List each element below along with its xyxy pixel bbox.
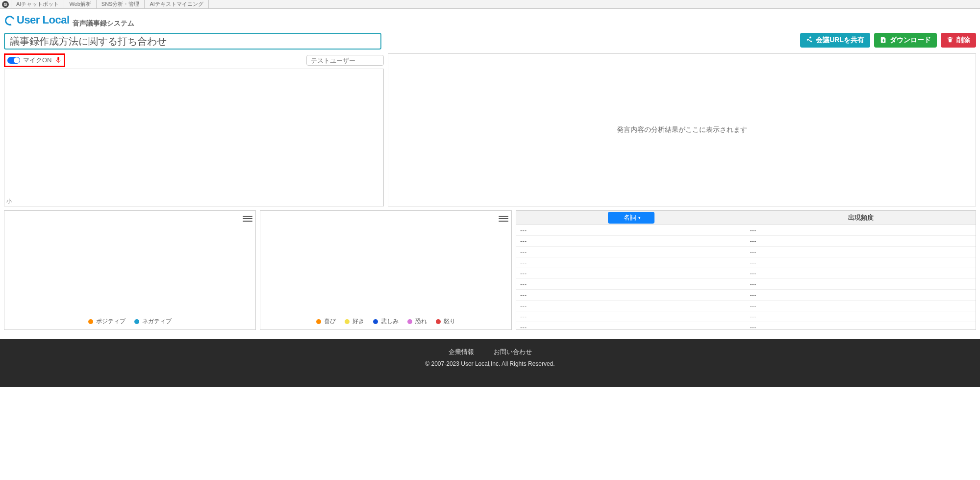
legend-dot-icon <box>316 319 321 324</box>
freq-cell: --- <box>746 290 976 301</box>
emotion-chart-panel: 喜び好き悲しみ恐れ怒り <box>260 210 512 330</box>
noun-cell: --- <box>516 301 746 311</box>
logo-mark-icon <box>3 14 17 27</box>
legend-dot-icon <box>345 319 350 324</box>
freq-cell: --- <box>746 301 976 311</box>
share-url-button[interactable]: 会議URLを共有 <box>800 33 870 48</box>
footer-link-contact[interactable]: お問い合わせ <box>494 348 532 356</box>
freq-cell: --- <box>746 311 976 322</box>
table-row: ------ <box>516 257 976 268</box>
noun-frequency-table-panel: 名詞 出現頻度 --------------------------------… <box>516 210 976 330</box>
emotion-legend: 喜び好き悲しみ恐れ怒り <box>260 317 511 326</box>
legend-label: 悲しみ <box>381 317 399 326</box>
chart-menu-button[interactable] <box>243 214 252 224</box>
delete-button[interactable]: 削除 <box>941 33 976 48</box>
chart-menu-button[interactable] <box>499 214 508 224</box>
brand-mark-icon: G <box>2 1 9 8</box>
brand-header: User Local 音声議事録システム <box>0 9 980 31</box>
freq-cell: --- <box>746 268 976 279</box>
trash-icon <box>947 36 954 45</box>
noun-dropdown-button[interactable]: 名詞 <box>608 212 654 224</box>
freq-cell: --- <box>746 236 976 247</box>
table-row: ------ <box>516 322 976 330</box>
table-row: ------ <box>516 279 976 290</box>
legend-label: 恐れ <box>415 317 427 326</box>
noun-col-label: 名詞 <box>624 213 636 222</box>
noun-cell: --- <box>516 311 746 322</box>
nav-ai-chatbot[interactable]: AIチャットボット <box>11 0 64 8</box>
page-footer: 企業情報 お問い合わせ © 2007-2023 User Local,Inc. … <box>0 339 980 387</box>
legend-dot-icon <box>134 319 139 324</box>
nav-web-analytics[interactable]: Web解析 <box>64 0 96 8</box>
mic-label: マイクON <box>23 56 52 65</box>
legend-label: 喜び <box>324 317 336 326</box>
share-icon <box>806 36 813 45</box>
legend-dot-icon <box>407 319 412 324</box>
sentiment-chart-panel: ポジティブネガティブ <box>4 210 256 330</box>
table-row: ------ <box>516 225 976 236</box>
legend-dot-icon <box>436 319 441 324</box>
noun-cell: --- <box>516 247 746 257</box>
logo[interactable]: User Local <box>5 14 70 26</box>
download-icon <box>880 36 887 45</box>
mic-toggle[interactable] <box>7 57 20 64</box>
sentiment-legend: ポジティブネガティブ <box>4 317 255 326</box>
legend-label: ポジティブ <box>96 317 126 326</box>
legend-item[interactable]: 悲しみ <box>373 317 399 326</box>
footer-copyright: © 2007-2023 User Local,Inc. All Rights R… <box>0 360 980 367</box>
legend-item[interactable]: 好き <box>345 317 364 326</box>
freq-cell: --- <box>746 279 976 290</box>
freq-col-header: 出現頻度 <box>746 211 976 225</box>
legend-item[interactable]: 怒り <box>436 317 455 326</box>
noun-cell: --- <box>516 257 746 268</box>
legend-dot-icon <box>373 319 378 324</box>
download-button-label: ダウンロード <box>890 36 931 45</box>
speech-transcript-panel[interactable]: 小 <box>4 69 384 206</box>
legend-label: 怒り <box>444 317 455 326</box>
user-name-input[interactable] <box>306 55 384 66</box>
noun-cell: --- <box>516 290 746 301</box>
legend-item[interactable]: 恐れ <box>407 317 427 326</box>
mic-control-highlight: マイクON <box>4 53 65 67</box>
top-nav-bar: G AIチャットボット Web解析 SNS分析・管理 AIテキストマイニング <box>0 0 980 9</box>
nav-text-mining[interactable]: AIテキストマイニング <box>145 0 208 8</box>
legend-dot-icon <box>88 319 93 324</box>
noun-cell: --- <box>516 268 746 279</box>
analysis-result-panel: 発言内容の分析結果がここに表示されます <box>388 53 976 206</box>
brand-name: User Local <box>17 14 70 26</box>
noun-cell: --- <box>516 225 746 236</box>
share-button-label: 会議URLを共有 <box>816 36 864 45</box>
footer-link-company[interactable]: 企業情報 <box>449 348 474 356</box>
table-row: ------ <box>516 290 976 301</box>
legend-item[interactable]: ネガティブ <box>134 317 172 326</box>
table-row: ------ <box>516 311 976 322</box>
brand-subtitle: 音声議事録システム <box>73 19 134 28</box>
legend-label: 好き <box>352 317 364 326</box>
table-row: ------ <box>516 301 976 311</box>
noun-cell: --- <box>516 322 746 330</box>
microphone-icon <box>55 56 62 65</box>
freq-cell: --- <box>746 322 976 330</box>
freq-cell: --- <box>746 247 976 257</box>
table-row: ------ <box>516 236 976 247</box>
nav-sns[interactable]: SNS分析・管理 <box>97 0 145 8</box>
analysis-placeholder-text: 発言内容の分析結果がここに表示されます <box>617 126 747 134</box>
freq-cell: --- <box>746 225 976 236</box>
table-row: ------ <box>516 268 976 279</box>
noun-cell: --- <box>516 236 746 247</box>
legend-item[interactable]: 喜び <box>316 317 336 326</box>
legend-item[interactable]: ポジティブ <box>88 317 126 326</box>
noun-cell: --- <box>516 279 746 290</box>
meeting-title-input[interactable] <box>4 33 381 50</box>
legend-label: ネガティブ <box>142 317 172 326</box>
table-row: ------ <box>516 247 976 257</box>
resize-handle[interactable]: 小 <box>4 197 383 206</box>
download-button[interactable]: ダウンロード <box>874 33 937 48</box>
delete-button-label: 削除 <box>956 36 970 45</box>
freq-cell: --- <box>746 257 976 268</box>
